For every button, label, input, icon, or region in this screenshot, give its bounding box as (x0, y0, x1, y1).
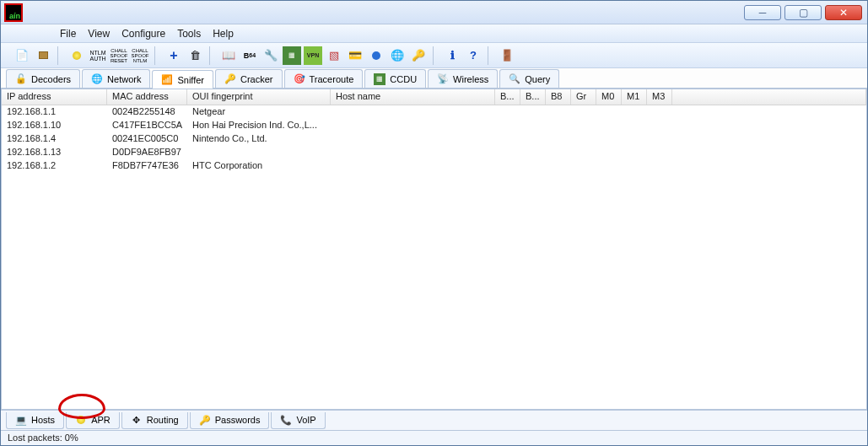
tab-cracker-label: Cracker (240, 74, 273, 84)
cell-oui: Netgear (187, 105, 331, 119)
status-bar: Lost packets: 0% (1, 430, 867, 445)
cell-ip: 192.168.1.13 (2, 146, 107, 159)
ccdu-icon: ▦ (374, 73, 385, 85)
cell-ip: 192.168.1.1 (2, 105, 107, 119)
chall-spoof-reset-icon[interactable]: CHALLSPOOFRESET (110, 46, 128, 65)
col-gr[interactable]: Gr (571, 89, 596, 105)
dictionary-attack-icon[interactable]: 📖 (219, 46, 238, 65)
nuke-icon[interactable] (67, 46, 86, 65)
tool-icon-2[interactable]: ▦ (283, 46, 301, 65)
help-icon[interactable]: ? (464, 46, 483, 65)
tool-icon-3[interactable]: VPN (304, 46, 322, 65)
apr-icon (75, 414, 87, 426)
cell-host (331, 119, 495, 132)
tab-passwords[interactable]: 🔑Passwords (190, 412, 270, 429)
cell-ip: 192.168.1.10 (2, 119, 107, 132)
menu-help[interactable]: Help (213, 28, 234, 40)
tab-sniffer[interactable]: 📶Sniffer (152, 70, 213, 89)
col-m1[interactable]: M1 (622, 89, 647, 105)
tab-query[interactable]: 🔍Query (499, 69, 559, 88)
cell-host (331, 159, 495, 173)
col-ip[interactable]: IP address (2, 89, 107, 105)
tab-ccdu[interactable]: ▦CCDU (364, 69, 426, 88)
tab-hosts[interactable]: 💻Hosts (6, 412, 64, 429)
col-b2[interactable]: B... (520, 89, 546, 105)
tab-voip-label: VoIP (296, 415, 315, 425)
cell-mac: F8DB7F747E36 (107, 159, 187, 173)
info-icon[interactable]: ℹ (443, 46, 461, 65)
cell-host (331, 132, 495, 146)
cell-oui: HTC Corporation (187, 159, 331, 173)
ntlm-auth-icon[interactable]: NTLMAUTH (89, 46, 107, 65)
wireless-icon: 📡 (437, 73, 449, 85)
table-row[interactable]: 192.168.1.13D0DF9AE8FB97 (2, 146, 866, 159)
toolbar: 📄 NTLMAUTH CHALLSPOOFRESET CHALLSPOOFNTL… (1, 43, 867, 68)
col-b8[interactable]: B8 (546, 89, 571, 105)
tab-routing[interactable]: ✥Routing (121, 412, 188, 429)
open-folder-icon[interactable] (34, 46, 52, 65)
hosts-table: IP address MAC address OUI fingerprint H… (1, 89, 867, 410)
cell-ip: 192.168.1.2 (2, 159, 107, 173)
table-row[interactable]: 192.168.1.10C417FE1BCC5AHon Hai Precisio… (2, 119, 866, 132)
tool-icon-4[interactable]: ▧ (325, 46, 343, 65)
tab-decoders-label: Decoders (31, 74, 71, 84)
tab-cracker[interactable]: 🔑Cracker (215, 69, 283, 88)
exit-icon[interactable]: 🚪 (498, 46, 516, 65)
chall-spoof-ntlm-icon[interactable]: CHALLSPOOFNTLM (131, 46, 149, 65)
traceroute-icon: 🎯 (294, 73, 305, 85)
tool-icon-7[interactable]: 🌐 (388, 46, 407, 65)
col-host[interactable]: Host name (331, 89, 495, 105)
menu-file[interactable]: File (60, 28, 76, 40)
table-row[interactable]: 192.168.1.10024B2255148Netgear (2, 105, 866, 119)
titlebar: aín ─ ▢ ✕ (1, 1, 867, 24)
col-m0[interactable]: M0 (596, 89, 622, 105)
cell-host (331, 146, 495, 159)
menubar: File View Configure Tools Help (1, 24, 867, 43)
cell-host (331, 105, 495, 119)
routing-icon: ✥ (131, 414, 143, 426)
tab-decoders[interactable]: 🔓Decoders (6, 69, 80, 88)
table-row[interactable]: 192.168.1.400241EC005C0Nintendo Co., Ltd… (2, 132, 866, 146)
tab-apr[interactable]: APR (66, 412, 120, 429)
remove-icon[interactable]: 🗑 (186, 46, 204, 65)
cell-oui (187, 146, 331, 159)
maximize-button[interactable]: ▢ (784, 5, 822, 20)
tool-icon-1[interactable]: 🔧 (261, 46, 280, 65)
tab-traceroute[interactable]: 🎯Traceroute (284, 69, 364, 88)
tab-voip[interactable]: 📞VoIP (271, 412, 325, 429)
tab-query-label: Query (525, 74, 550, 84)
app-window: aín ─ ▢ ✕ File View Configure Tools Help… (0, 0, 868, 446)
table-body[interactable]: 192.168.1.10024B2255148Netgear192.168.1.… (2, 105, 866, 409)
lower-tab-bar: 💻Hosts APR ✥Routing 🔑Passwords 📞VoIP (1, 410, 867, 430)
tool-icon-5[interactable]: 💳 (346, 46, 364, 65)
tab-wireless-label: Wireless (453, 74, 488, 84)
tab-wireless[interactable]: 📡Wireless (428, 69, 498, 88)
upper-tab-bar: 🔓Decoders 🌐Network 📶Sniffer 🔑Cracker 🎯Tr… (1, 68, 867, 89)
col-b1[interactable]: B... (495, 89, 520, 105)
menu-configure[interactable]: Configure (121, 28, 165, 40)
menu-tools[interactable]: Tools (177, 28, 201, 40)
table-header: IP address MAC address OUI fingerprint H… (2, 89, 866, 105)
add-icon[interactable]: + (164, 46, 183, 65)
hosts-icon: 💻 (15, 414, 27, 426)
tab-network[interactable]: 🌐Network (82, 69, 150, 88)
tab-passwords-label: Passwords (215, 415, 261, 425)
close-button[interactable]: ✕ (825, 5, 862, 20)
tool-icon-6[interactable] (367, 46, 385, 65)
decoders-icon: 🔓 (15, 73, 27, 85)
menu-view[interactable]: View (88, 28, 110, 40)
sniffer-icon: 📶 (161, 74, 173, 86)
cell-mac: D0DF9AE8FB97 (107, 146, 187, 159)
tab-traceroute-label: Traceroute (310, 74, 354, 84)
query-icon: 🔍 (509, 73, 520, 85)
new-file-icon[interactable]: 📄 (13, 46, 31, 65)
tool-icon-8[interactable]: 🔑 (409, 46, 428, 65)
minimize-button[interactable]: ─ (744, 5, 781, 20)
col-oui[interactable]: OUI fingerprint (187, 89, 331, 105)
base64-icon[interactable]: B64 (240, 46, 259, 65)
table-row[interactable]: 192.168.1.2F8DB7F747E36HTC Corporation (2, 159, 866, 173)
col-mac[interactable]: MAC address (107, 89, 187, 105)
cell-ip: 192.168.1.4 (2, 132, 107, 146)
col-m3[interactable]: M3 (647, 89, 672, 105)
network-icon: 🌐 (91, 73, 103, 85)
